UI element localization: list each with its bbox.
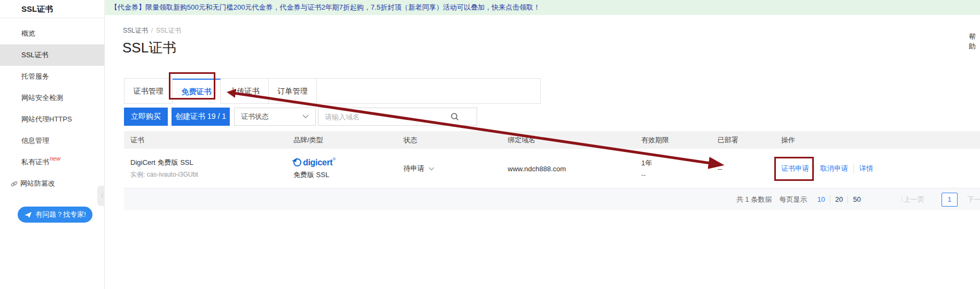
ask-expert-label: 有问题？找专家! (35, 210, 86, 219)
tab-label: 上传证书 (230, 87, 260, 95)
deployed-value: -- (718, 165, 722, 173)
validity-value: 1年 (641, 158, 652, 168)
digicert-ring-icon (293, 158, 301, 166)
column-header-status: 状态 (403, 131, 417, 149)
chevron-down-icon (302, 115, 309, 119)
sidebar-item-label: 私有证书 (21, 158, 49, 166)
tab-label: 证书管理 (134, 87, 164, 95)
column-header-actions: 操作 (781, 131, 795, 149)
total-count-label: 共 1 条数据 (736, 195, 772, 204)
column-header-validity: 有效期限 (641, 131, 669, 149)
sidebar-menu: 概览 SSL证书 托管服务 网站安全检测 网站代理HTTPS 信息管理 私有证书… (0, 23, 104, 194)
next-page-button[interactable]: 下一页 〉 (967, 195, 980, 204)
breadcrumb-current: SSL证书 (156, 27, 181, 34)
promo-banner[interactable]: 【代金券】限量领取新购500元和无门槛200元代金券，代金券与证书2年期7折起购… (105, 0, 980, 15)
cert-cell: DigiCert 免费版 SSL 实例: cas-ivauto-i3GUbt (130, 149, 198, 188)
registered-trademark-symbol: ® (332, 157, 336, 162)
cert-name: DigiCert 免费版 SSL (130, 158, 198, 168)
prev-page-button[interactable]: 〈上一页 (897, 195, 924, 204)
status-value: 待申请 (403, 164, 424, 173)
tab-order-management[interactable]: 订单管理 (269, 79, 317, 103)
paper-plane-icon (24, 211, 32, 218)
cert-instance-id: 实例: cas-ivauto-i3GUbt (130, 170, 198, 179)
bound-domain: www.ndch888.com (508, 165, 566, 173)
sidebar-item-label: 网站代理HTTPS (21, 115, 72, 123)
brand-cell: digicert® 免费版 SSL (293, 149, 336, 188)
validity-cell: 1年 -- (641, 149, 652, 188)
tab-bar: 证书管理 免费证书 上传证书 订单管理 (124, 78, 541, 104)
chevron-left-icon: 〈 (98, 192, 104, 200)
digicert-logo-text: digicert (303, 158, 332, 168)
sidebar-title: SSL证书 (0, 0, 104, 18)
sidebar-item-site-proxy-https[interactable]: 网站代理HTTPS (0, 109, 104, 130)
current-page-button[interactable]: 1 (942, 193, 958, 207)
search-button[interactable] (432, 108, 477, 126)
sidebar-item-label: 概览 (21, 29, 35, 37)
cert-status-select[interactable]: 证书状态 (234, 108, 316, 126)
sidebar-item-label: 网站安全检测 (21, 94, 63, 102)
create-cert-button[interactable]: 创建证书 19 / 1 (172, 108, 230, 126)
sidebar-item-hosting-service[interactable]: 托管服务 (0, 66, 104, 87)
digicert-logo: digicert® (293, 158, 336, 168)
pagination-bar: 共 1 条数据 每页显示 10 20 50 〈上一页 1 下一页 〉 (124, 188, 980, 210)
table-row: DigiCert 免费版 SSL 实例: cas-ivauto-i3GUbt d… (124, 149, 980, 188)
new-badge: new (50, 155, 60, 162)
ask-expert-button[interactable]: 有问题？找专家! (18, 207, 92, 223)
tab-free-cert[interactable]: 免费证书 (173, 79, 221, 103)
buy-now-button[interactable]: 立即购买 (124, 108, 168, 126)
domain-cell: www.ndch888.com (508, 149, 566, 188)
sidebar-collapse-handle[interactable]: 〈 (97, 186, 105, 206)
page-size-options: 10 20 50 (812, 195, 865, 203)
pagination-controls: 共 1 条数据 每页显示 10 20 50 〈上一页 1 下一页 〉 (736, 188, 980, 210)
link-icon (11, 180, 18, 187)
help-link[interactable]: 帮助 (969, 32, 980, 51)
sidebar-item-info-management[interactable]: 信息管理 (0, 130, 104, 151)
sidebar-item-ssl-cert[interactable]: SSL证书 (0, 44, 104, 66)
sidebar-item-private-cert[interactable]: 私有证书new (0, 151, 104, 173)
status-cell: 待申请 (403, 149, 434, 188)
chevron-down-icon[interactable] (429, 167, 434, 171)
sidebar: SSL证书 概览 SSL证书 托管服务 网站安全检测 网站代理HTTPS 信息管… (0, 0, 105, 289)
tab-cert-management[interactable]: 证书管理 (125, 79, 173, 103)
sidebar-item-site-security-check[interactable]: 网站安全检测 (0, 87, 104, 109)
breadcrumb-separator: / (151, 27, 153, 34)
breadcrumb-root[interactable]: SSL证书 (123, 27, 148, 34)
apply-cert-link[interactable]: 证书申请 (781, 164, 814, 173)
column-header-deployed: 已部署 (718, 131, 738, 149)
tab-upload-cert[interactable]: 上传证书 (221, 79, 269, 103)
sidebar-item-overview[interactable]: 概览 (0, 23, 104, 44)
page-size-50[interactable]: 50 (847, 195, 865, 203)
tab-label: 免费证书 (182, 87, 212, 96)
page-title: SSL证书 (122, 39, 176, 57)
sidebar-item-label: 托管服务 (21, 72, 49, 80)
tab-label: 订单管理 (278, 87, 308, 95)
column-header-brand-type: 品牌/类型 (293, 131, 323, 149)
promo-banner-text: 【代金券】限量领取新购500元和无门槛200元代金券，代金券与证书2年期7折起购… (111, 3, 540, 11)
sidebar-item-anti-tampering[interactable]: 网站防篡改 (0, 173, 104, 194)
brand-type: 免费版 SSL (293, 170, 336, 180)
details-link[interactable]: 详情 (853, 164, 878, 173)
column-header-cert: 证书 (130, 131, 144, 149)
sidebar-item-label: 信息管理 (21, 136, 49, 144)
per-page-label: 每页显示 (779, 195, 807, 204)
validity-sub-value: -- (641, 171, 652, 179)
page-size-20[interactable]: 20 (830, 195, 847, 203)
actions-cell: 证书申请 取消申请 详情 (781, 149, 878, 188)
page-size-10[interactable]: 10 (812, 195, 829, 203)
sidebar-item-label: SSL证书 (21, 51, 49, 59)
cert-status-select-value: 证书状态 (241, 112, 269, 121)
domain-search-input[interactable] (318, 108, 433, 126)
sidebar-item-label: 网站防篡改 (20, 173, 55, 194)
deployed-cell: -- (718, 149, 722, 188)
table-header: 证书 品牌/类型 状态 绑定域名 有效期限 已部署 操作 (124, 131, 980, 149)
breadcrumb: SSL证书/SSL证书 (123, 26, 181, 35)
search-icon (450, 112, 459, 121)
cancel-apply-link[interactable]: 取消申请 (814, 164, 853, 173)
column-header-bound-domain: 绑定域名 (508, 131, 535, 149)
